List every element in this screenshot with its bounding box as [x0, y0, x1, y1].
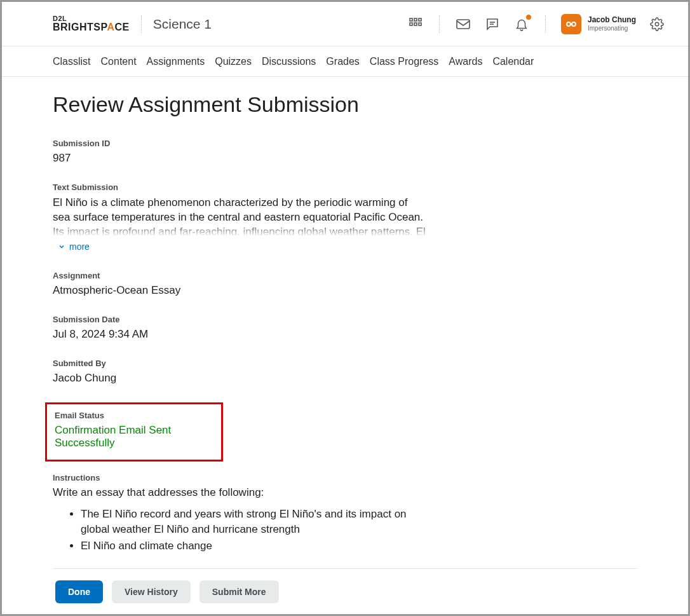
- more-toggle[interactable]: more: [58, 242, 90, 252]
- svg-rect-1: [414, 18, 417, 21]
- submission-id-value: 987: [53, 152, 428, 165]
- apps-icon[interactable]: [407, 16, 424, 32]
- text-submission-label: Text Submission: [53, 182, 428, 192]
- svg-rect-2: [419, 18, 421, 21]
- instructions-block: Instructions Write an essay that address…: [53, 473, 428, 553]
- nav-assignments[interactable]: Assignments: [147, 56, 205, 67]
- instructions-list: The El Niño record and years with strong…: [81, 507, 428, 553]
- svg-point-12: [655, 22, 659, 26]
- svg-rect-0: [410, 18, 412, 21]
- instruction-item: El Niño and climate change: [81, 538, 417, 554]
- nav-class-progress[interactable]: Class Progress: [370, 56, 438, 67]
- notification-badge: [526, 15, 531, 20]
- nav-content[interactable]: Content: [101, 56, 137, 67]
- submitted-by-block: Submitted By Jacob Chung: [53, 359, 428, 385]
- assignment-block: Assignment Atmospheric-Ocean Essay: [53, 271, 428, 297]
- logo-line-2: BRIGHTSPACE: [53, 22, 130, 32]
- submission-date-value: Jul 8, 2024 9:34 AM: [53, 328, 428, 341]
- gear-icon[interactable]: [649, 16, 665, 32]
- course-nav: Classlist Content Assignments Quizzes Di…: [2, 46, 688, 77]
- submitted-by-value: Jacob Chung: [53, 372, 428, 385]
- user-name: Jacob Chung: [588, 15, 636, 24]
- instruction-item: The El Niño record and years with strong…: [81, 507, 417, 537]
- separator: [439, 15, 440, 33]
- submission-date-block: Submission Date Jul 8, 2024 9:34 AM: [53, 315, 428, 341]
- svg-rect-6: [457, 20, 470, 29]
- instructions-label: Instructions: [53, 473, 428, 483]
- mail-icon[interactable]: [455, 16, 471, 32]
- submitted-by-label: Submitted By: [53, 359, 428, 368]
- text-submission-value: El Niño is a climate phenomenon characte…: [53, 196, 428, 236]
- svg-rect-3: [410, 23, 412, 25]
- text-fade: [53, 222, 428, 236]
- divider: [53, 568, 637, 569]
- messages-icon[interactable]: [484, 16, 501, 32]
- svg-point-10: [572, 22, 576, 26]
- done-button[interactable]: Done: [55, 580, 103, 603]
- avatar: [561, 14, 581, 34]
- user-menu[interactable]: Jacob Chung Impersonating: [561, 14, 636, 34]
- nav-awards[interactable]: Awards: [449, 56, 482, 67]
- nav-classlist[interactable]: Classlist: [53, 56, 91, 67]
- course-title[interactable]: Science 1: [153, 17, 212, 32]
- user-text: Jacob Chung Impersonating: [588, 15, 636, 32]
- chevron-down-icon: [58, 243, 65, 250]
- svg-rect-5: [419, 23, 421, 25]
- page-title: Review Assignment Submission: [53, 92, 637, 117]
- nav-quizzes[interactable]: Quizzes: [215, 56, 252, 67]
- email-status-value: Confirmation Email Sent Successfully: [55, 424, 216, 449]
- separator: [141, 15, 142, 33]
- nav-grades[interactable]: Grades: [326, 56, 359, 67]
- svg-rect-4: [414, 23, 417, 25]
- svg-point-9: [567, 22, 571, 26]
- email-status-highlight: Email Status Confirmation Email Sent Suc…: [45, 402, 223, 462]
- main-content: Review Assignment Submission Submission …: [2, 77, 688, 603]
- submission-id-block: Submission ID 987: [53, 139, 428, 165]
- brand-logo[interactable]: D2L BRIGHTSPACE: [53, 15, 130, 32]
- top-icons: Jacob Chung Impersonating: [407, 14, 665, 34]
- separator: [545, 15, 546, 33]
- assignment-value: Atmospheric-Ocean Essay: [53, 284, 428, 297]
- instructions-intro: Write an essay that addresses the follow…: [53, 486, 428, 499]
- text-submission-block: Text Submission El Niño is a climate phe…: [53, 182, 428, 253]
- action-buttons: Done View History Submit More: [55, 580, 637, 603]
- notifications-icon[interactable]: [513, 16, 530, 32]
- view-history-button[interactable]: View History: [112, 580, 191, 603]
- nav-discussions[interactable]: Discussions: [262, 56, 316, 67]
- user-sub: Impersonating: [588, 25, 636, 32]
- assignment-label: Assignment: [53, 271, 428, 280]
- submission-id-label: Submission ID: [53, 139, 428, 148]
- top-bar: D2L BRIGHTSPACE Science 1: [2, 2, 688, 46]
- submit-more-button[interactable]: Submit More: [200, 580, 279, 603]
- email-status-label: Email Status: [55, 411, 216, 420]
- nav-calendar[interactable]: Calendar: [492, 56, 534, 67]
- submission-date-label: Submission Date: [53, 315, 428, 324]
